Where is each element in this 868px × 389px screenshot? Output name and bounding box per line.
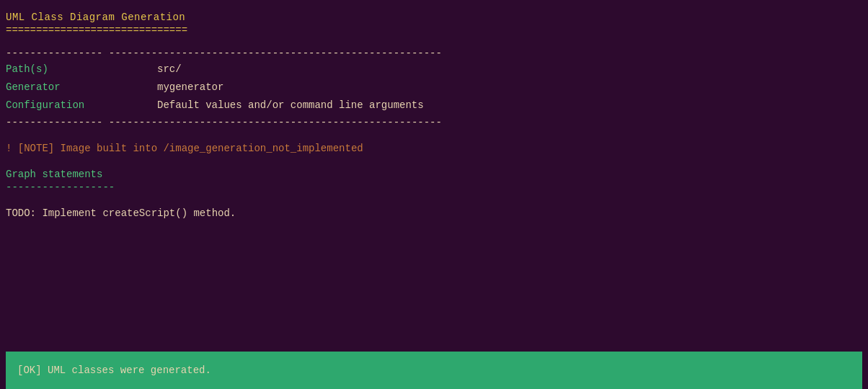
- todo-line: TODO: Implement createScript() method.: [6, 207, 862, 219]
- value-generator: mygenerator: [157, 79, 223, 97]
- label-generator: Generator: [6, 79, 157, 97]
- table-row: Configuration Default values and/or comm…: [6, 97, 862, 115]
- ok-banner-text: [OK] UML classes were generated.: [17, 365, 211, 376]
- info-table: ---------------- -----------------------…: [6, 48, 862, 140]
- terminal-window: UML Class Diagram Generation ===========…: [0, 0, 868, 389]
- label-configuration: Configuration: [6, 97, 157, 115]
- title-separator: ==============================: [6, 24, 862, 36]
- ok-banner: [OK] UML classes were generated.: [6, 352, 862, 389]
- table-top-border: ---------------- -----------------------…: [6, 48, 862, 59]
- value-paths: src/: [157, 61, 182, 79]
- table-row: Generator mygenerator: [6, 79, 862, 97]
- graph-title: Graph statements: [6, 169, 862, 180]
- graph-separator: ------------------: [6, 182, 862, 193]
- page-title: UML Class Diagram Generation: [6, 12, 862, 23]
- table-bottom-border: ---------------- -----------------------…: [6, 117, 862, 128]
- table-row: Path(s) src/: [6, 61, 862, 79]
- value-configuration: Default values and/or command line argum…: [157, 97, 424, 115]
- note-line: ! [NOTE] Image built into /image_generat…: [6, 143, 862, 154]
- label-paths: Path(s): [6, 61, 157, 79]
